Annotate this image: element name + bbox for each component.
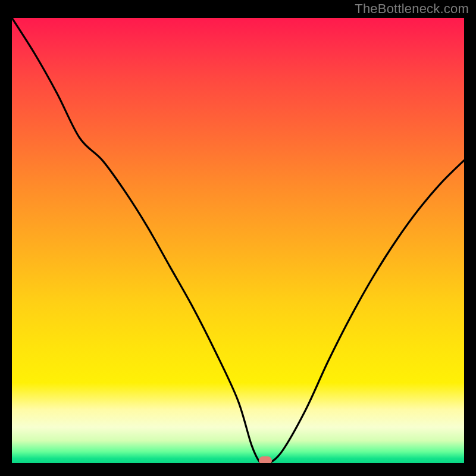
bottleneck-curve <box>12 18 464 463</box>
plot-area <box>12 18 464 463</box>
chart-frame: TheBottleneck.com <box>0 0 476 476</box>
watermark-text: TheBottleneck.com <box>355 1 469 17</box>
minimum-marker <box>259 456 272 463</box>
